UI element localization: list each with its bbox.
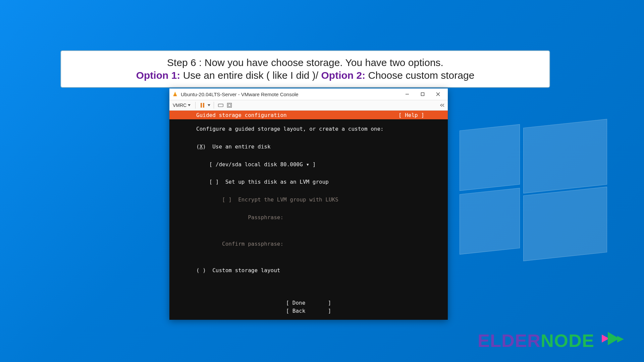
back-button[interactable]: [ Back ] [286, 308, 331, 314]
confirm-passphrase-label: Confirm passphrase: [222, 241, 283, 247]
checkbox-lvm[interactable]: [ ] Set up this disk as an LVM group [209, 179, 329, 185]
eldernode-logo: ELDERNODE [478, 330, 625, 353]
vmrc-window: Ubuntu-20.04LTS-Server - VMware Remote C… [169, 88, 448, 320]
chevron-down-icon [188, 104, 191, 106]
collapse-toolbar-button[interactable] [439, 102, 446, 109]
svg-rect-3 [421, 93, 424, 96]
brand-node: NODE [541, 330, 594, 351]
double-chevron-left-icon [440, 104, 445, 107]
disk-selector[interactable]: [ /dev/sda local disk 80.000G ▾ ] [209, 161, 316, 168]
checkbox-encrypt: [ ] Encrypt the LVM group with LUKS [222, 196, 338, 203]
banner-line-2: Option 1: Use an entire disk ( like I di… [71, 70, 539, 81]
minimize-button[interactable] [399, 88, 415, 100]
vmrc-menu-label: VMRC [173, 103, 186, 108]
send-ctrl-alt-del-button[interactable] [217, 102, 224, 109]
option2-text: Choose custom storage [365, 70, 474, 81]
fullscreen-icon [226, 102, 232, 108]
vmrc-app-icon [172, 91, 178, 97]
option1-label: Option 1: [136, 70, 180, 81]
fullscreen-button[interactable] [226, 102, 233, 109]
help-button[interactable]: [ Help ] [398, 112, 424, 118]
installer-body: Configure a guided storage layout, or cr… [169, 119, 448, 279]
radio-custom-layout[interactable]: ( ) Custom storage layout [196, 267, 280, 274]
radio-use-entire-disk[interactable]: (X) Use an entire disk [196, 143, 271, 150]
maximize-button[interactable] [415, 88, 430, 100]
pause-icon [201, 103, 204, 108]
window-title: Ubuntu-20.04LTS-Server - VMware Remote C… [181, 92, 299, 97]
svg-rect-12 [227, 103, 232, 108]
installer-footer: [ Done ] [ Back ] [169, 299, 448, 315]
installer-header: Guided storage configuration [ Help ] [169, 111, 448, 119]
option1-text: Use an entire disk ( like I did )/ [180, 70, 321, 81]
play-icon [602, 332, 625, 353]
option2-label: Option 2: [321, 70, 366, 81]
svg-rect-8 [218, 104, 223, 107]
svg-marker-7 [208, 104, 210, 106]
brand-elder: ELDER [478, 330, 541, 351]
installer-title: Guided storage configuration [196, 112, 287, 118]
window-titlebar[interactable]: Ubuntu-20.04LTS-Server - VMware Remote C… [169, 88, 448, 100]
vmrc-menu-button[interactable]: VMRC [171, 102, 192, 109]
vmrc-toolbar: VMRC [169, 100, 448, 111]
installer-terminal[interactable]: Guided storage configuration [ Help ] Co… [169, 111, 448, 320]
chevron-down-icon[interactable] [208, 104, 210, 106]
close-button[interactable] [430, 88, 446, 100]
svg-rect-13 [228, 104, 231, 106]
instruction-banner: Step 6 : Now you have choose storage. Yo… [60, 50, 550, 88]
banner-line-1: Step 6 : Now you have choose storage. Yo… [71, 57, 539, 68]
pause-button[interactable] [199, 102, 206, 109]
passphrase-label: Passphrase: [248, 214, 283, 221]
svg-marker-16 [617, 336, 624, 343]
windows-logo-wallpaper [460, 127, 621, 255]
done-button[interactable]: [ Done ] [286, 300, 331, 306]
svg-marker-6 [188, 104, 191, 106]
keyboard-icon [218, 102, 224, 108]
prompt-text: Configure a guided storage layout, or cr… [196, 126, 384, 132]
